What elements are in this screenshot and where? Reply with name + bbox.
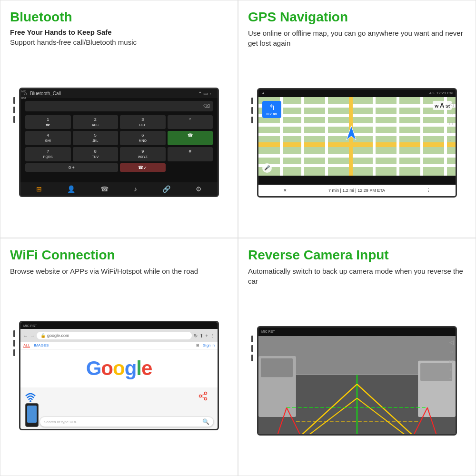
gps-nav-icon: ▲ — [261, 91, 265, 95]
google-l: l — [136, 357, 141, 379]
gps-vol-up[interactable]: + — [449, 129, 454, 135]
wifi-url-text: google.com — [47, 333, 69, 338]
dial-key-call[interactable]: ☎ — [168, 131, 213, 145]
dial-key-hash[interactable]: # — [168, 147, 213, 161]
wifi-share-btn[interactable]: ⬆ — [199, 333, 203, 338]
google-g2: g — [125, 357, 137, 379]
side-btn-3 — [13, 116, 15, 123]
svg-rect-14 — [420, 97, 423, 176]
wifi-url-bar[interactable]: 🔒 google.com — [37, 332, 192, 339]
dial-key-endcall[interactable]: ☎↙ — [120, 163, 166, 172]
gps-title: GPS Navigation — [248, 9, 466, 25]
svg-rect-10 — [325, 97, 328, 176]
bt-dialpad: ⌫ 1☎ 2ABC 3DEF * 4GHI 5JKL 6MNO ☎ 7PQRS — [20, 98, 218, 175]
wifi-side-btn-3 — [13, 349, 15, 356]
gps-distance: 0.2 mi — [265, 112, 278, 116]
dial-key-9[interactable]: 9WXYZ — [120, 147, 166, 161]
wifi-title: WiFi Connection — [10, 247, 228, 263]
camera-cell: Reverse Camera Input Automatically switc… — [238, 238, 476, 476]
bluetooth-subtitle: Free Your Hands to Keep Safe — [10, 28, 228, 36]
gps-turn-box: ↰ 0.2 mi — [262, 101, 281, 118]
gps-vol-dn[interactable]: - — [449, 138, 454, 143]
wifi-search-icon[interactable]: 🔍 — [202, 418, 209, 425]
wifi-screen-wrapper: MIC RST ← → 🔒 google.com ↻ ⬆ + ⋮ — [10, 281, 228, 471]
camera-back-btn[interactable]: ◁ — [449, 339, 454, 346]
dial-key-5[interactable]: 5JKL — [73, 131, 119, 145]
bt-backspace-icon: ⌫ — [203, 103, 210, 109]
wifi-menu-btn[interactable]: ⋮ — [210, 333, 215, 338]
gps-cell: GPS Navigation Use online or offline map… — [238, 0, 476, 238]
gps-close-btn[interactable]: ✕ — [283, 188, 287, 193]
bt-contacts-icon[interactable]: 👤 — [67, 185, 75, 193]
gps-back-btn[interactable]: ◁ — [449, 101, 454, 108]
google-g: G — [86, 357, 101, 379]
wifi-google-logo-area: Google — [20, 349, 218, 387]
google-e: e — [141, 357, 152, 379]
bluetooth-title: Bluetooth — [10, 9, 228, 25]
bt-music-icon[interactable]: ♪ — [134, 185, 137, 193]
wifi-back-btn[interactable]: ← — [23, 333, 28, 338]
wifi-phone-icon — [25, 403, 39, 427]
gps-screen-container: ▲ 4G 12:23 PM — [257, 88, 457, 198]
gps-map-area: ↰ 0.2 mi W A St 🎤 — [258, 97, 456, 176]
camera-vol-up[interactable]: + — [449, 367, 454, 373]
gps-recents-btn[interactable]: □ — [449, 120, 454, 127]
dial-key-2[interactable]: 2ABC — [73, 115, 119, 129]
gps-side-btn-2 — [251, 107, 253, 114]
wifi-tab-all[interactable]: ALL — [23, 343, 30, 348]
bt-settings-icon[interactable]: ⚙ — [196, 185, 202, 193]
wifi-side-btn-1 — [13, 330, 15, 337]
dial-key-0[interactable]: 0 + — [25, 163, 118, 172]
wifi-signin-btn[interactable]: Sign in — [203, 343, 215, 348]
camera-vol-dn[interactable]: - — [449, 376, 454, 381]
wifi-refresh-btn[interactable]: ↻ — [194, 333, 198, 338]
gps-signal: 4G — [429, 91, 435, 95]
dial-key-star[interactable]: * — [168, 115, 213, 129]
dial-key-8[interactable]: 8TUV — [73, 147, 119, 161]
bt-app-name: Bluetooth_Call — [30, 91, 195, 96]
camera-screen-container: MIC RST — [257, 326, 457, 436]
bt-nav-icons: ⌃ ▭ ← — [198, 91, 214, 96]
bluetooth-screen: MIC RST ⌂ Bluetooth_Call ⌃ ▭ ← ⌫ 1☎ — [19, 88, 219, 197]
camera-recents-btn[interactable]: □ — [449, 358, 454, 365]
wifi-tabs-btn[interactable]: + — [205, 333, 208, 338]
wifi-fwd-btn[interactable]: → — [30, 333, 35, 338]
google-o1: o — [101, 357, 113, 379]
svg-point-17 — [30, 400, 31, 402]
gps-home-btn[interactable]: ○ — [449, 110, 454, 117]
gps-mic-button[interactable]: 🎤 — [262, 163, 272, 173]
bt-label-rst: RST — [21, 97, 26, 99]
bluetooth-desc: Support hands-free call/Bluetooth music — [10, 37, 228, 47]
wifi-screen-container: MIC RST ← → 🔒 google.com ↻ ⬆ + ⋮ — [19, 321, 219, 430]
wifi-screen: MIC RST ← → 🔒 google.com ↻ ⬆ + ⋮ — [19, 321, 219, 430]
bt-call-icon[interactable]: ☎ — [100, 185, 109, 193]
bluetooth-side-buttons — [13, 97, 15, 123]
gps-screen: ▲ 4G 12:23 PM — [257, 88, 457, 198]
dial-key-7[interactable]: 7PQRS — [25, 147, 71, 161]
svg-rect-7 — [258, 164, 456, 167]
svg-rect-2 — [258, 114, 456, 117]
gps-side-btn-3 — [251, 117, 253, 123]
wifi-grid-icon[interactable]: ⊞ — [196, 343, 199, 348]
dial-key-6[interactable]: 6MNO — [120, 131, 166, 145]
side-btn-1 — [13, 97, 15, 104]
gps-menu-btn[interactable]: ⋮ — [426, 188, 431, 193]
bt-dial-grid: 1☎ 2ABC 3DEF * 4GHI 5JKL 6MNO ☎ 7PQRS 8T… — [25, 115, 213, 172]
gps-time: 12:23 PM — [436, 91, 453, 95]
camera-side-btn-1 — [251, 336, 253, 342]
dial-key-1[interactable]: 1☎ — [25, 115, 71, 129]
gps-side-btn-1 — [251, 98, 253, 104]
svg-rect-13 — [397, 97, 399, 176]
wifi-tab-images[interactable]: IMAGES — [34, 343, 49, 348]
main-grid: Bluetooth Free Your Hands to Keep Safe S… — [0, 0, 476, 476]
svg-rect-9 — [301, 97, 304, 176]
dial-key-4[interactable]: 4GHI — [25, 131, 71, 145]
dial-key-3[interactable]: 3DEF — [120, 115, 166, 129]
gps-side-buttons — [251, 98, 253, 123]
camera-home-btn[interactable]: ○ — [449, 348, 454, 355]
camera-labels: MIC RST — [261, 330, 275, 333]
wifi-search-bar[interactable]: Search or type URL 🔍 — [40, 416, 214, 427]
bt-link-icon[interactable]: 🔗 — [162, 185, 170, 193]
bt-dialpad-icon[interactable]: ⊞ — [36, 185, 42, 193]
gps-top-bar: ▲ 4G 12:23 PM — [258, 89, 456, 97]
